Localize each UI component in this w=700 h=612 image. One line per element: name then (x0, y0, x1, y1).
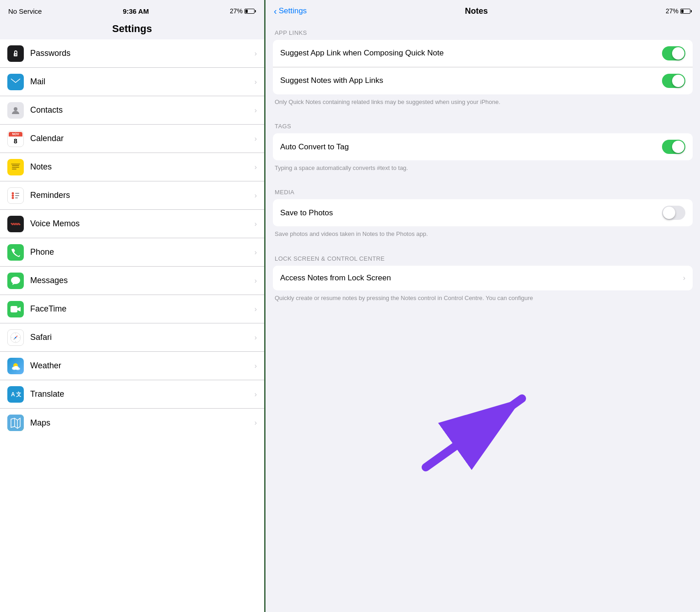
back-chevron-icon: ‹ (274, 6, 277, 16)
safari-label: Safari (30, 333, 255, 342)
settings-item-safari[interactable]: Safari › (0, 323, 264, 352)
svg-rect-9 (11, 164, 20, 164)
settings-item-maps[interactable]: Maps › (0, 409, 264, 437)
tags-card: Auto Convert to Tag (273, 133, 693, 160)
mail-chevron: › (255, 78, 257, 86)
svg-text:文: 文 (16, 391, 21, 398)
settings-item-facetime[interactable]: FaceTime › (0, 295, 264, 323)
svg-rect-14 (15, 195, 19, 196)
left-panel-title: Settings (0, 20, 264, 39)
app-links-note: Only Quick Notes containing related link… (266, 94, 700, 114)
suggest-notes-app-links-row[interactable]: Suggest Notes with App Links (273, 67, 693, 94)
suggest-notes-app-links-label: Suggest Notes with App Links (280, 76, 662, 86)
svg-point-21 (15, 337, 16, 338)
svg-point-10 (12, 192, 14, 194)
phone-chevron: › (255, 248, 257, 257)
left-battery-fill (245, 10, 248, 13)
messages-chevron: › (255, 277, 257, 285)
translate-icon: A 文 (7, 386, 24, 403)
lock-screen-note: Quickly create or resume notes by pressi… (266, 290, 700, 310)
calendar-chevron: › (255, 135, 257, 143)
svg-point-11 (12, 194, 14, 197)
settings-item-notes[interactable]: Notes › (0, 153, 264, 181)
auto-convert-tag-knob (672, 141, 684, 153)
access-notes-lock-screen-label: Access Notes from Lock Screen (280, 273, 683, 283)
voice-memos-icon (7, 216, 24, 232)
settings-item-weather[interactable]: Weather › (0, 352, 264, 380)
right-battery-fill (681, 10, 684, 13)
settings-item-messages[interactable]: Messages › (0, 267, 264, 295)
section-label-media: MEDIA (266, 180, 700, 199)
svg-point-25 (16, 367, 20, 370)
passwords-chevron: › (255, 49, 257, 58)
passwords-icon (7, 45, 24, 62)
mail-icon (7, 74, 24, 90)
messages-label: Messages (30, 276, 255, 285)
settings-item-reminders[interactable]: Reminders › (0, 181, 264, 210)
left-battery-icon (244, 9, 256, 14)
right-panel-title: Notes (465, 6, 488, 16)
notes-chevron: › (255, 163, 257, 171)
settings-item-mail[interactable]: Mail › (0, 68, 264, 96)
translate-label: Translate (30, 389, 255, 399)
svg-point-1 (15, 54, 16, 55)
suggest-app-link-toggle[interactable] (662, 46, 685, 60)
svg-point-17 (11, 277, 20, 284)
right-battery-tip (691, 10, 692, 12)
app-links-card: Suggest App Link when Composing Quick No… (273, 40, 693, 94)
calendar-label: Calendar (30, 134, 255, 143)
suggest-notes-app-links-knob (672, 75, 684, 87)
lock-screen-card: Access Notes from Lock Screen › (273, 266, 693, 290)
maps-label: Maps (30, 418, 255, 428)
passwords-label: Passwords (30, 49, 255, 58)
safari-chevron: › (255, 333, 257, 342)
reminders-chevron: › (255, 191, 257, 200)
suggest-notes-app-links-toggle[interactable] (662, 74, 685, 88)
settings-item-phone[interactable]: Phone › (0, 238, 264, 267)
phone-label: Phone (30, 247, 255, 257)
right-panel-wrapper: ‹ Settings Notes 27% APP LINKS (266, 0, 700, 612)
left-status-bar: No Service 9:36 AM 27% (0, 0, 264, 20)
suggest-app-link-toggle-knob (672, 47, 684, 60)
contacts-chevron: › (255, 106, 257, 115)
svg-point-12 (12, 197, 14, 199)
contacts-label: Contacts (30, 105, 255, 115)
left-panel: No Service 9:36 AM 27% Settings (0, 0, 266, 612)
messages-icon (7, 273, 24, 289)
left-status-time: 9:36 AM (123, 7, 149, 15)
reminders-icon (7, 187, 24, 204)
settings-item-voice-memos[interactable]: Voice Memos › (0, 210, 264, 238)
settings-item-calendar[interactable]: NOV 8 Calendar › (0, 125, 264, 153)
facetime-label: FaceTime (30, 304, 255, 314)
svg-rect-18 (11, 306, 17, 312)
settings-item-passwords[interactable]: Passwords › (0, 39, 264, 68)
save-to-photos-row[interactable]: Save to Photos (273, 199, 693, 226)
right-panel: ‹ Settings Notes 27% APP LINKS (266, 0, 700, 612)
save-to-photos-toggle[interactable] (662, 206, 685, 220)
access-notes-lock-screen-row[interactable]: Access Notes from Lock Screen › (273, 266, 693, 290)
weather-chevron: › (255, 362, 257, 370)
auto-convert-tag-row[interactable]: Auto Convert to Tag (273, 133, 693, 160)
settings-item-contacts[interactable]: Contacts › (0, 96, 264, 125)
weather-icon (7, 358, 24, 374)
right-title-spacer: 27% (646, 7, 692, 15)
svg-rect-6 (12, 165, 19, 166)
svg-rect-13 (15, 193, 19, 194)
left-battery-tip (255, 10, 256, 12)
auto-convert-tag-toggle[interactable] (662, 140, 685, 154)
suggest-app-link-row[interactable]: Suggest App Link when Composing Quick No… (273, 40, 693, 67)
svg-rect-7 (12, 167, 19, 168)
svg-point-4 (14, 107, 17, 111)
left-status-right: 27% (230, 7, 256, 15)
facetime-icon (7, 301, 24, 317)
settings-item-translate[interactable]: A 文 Translate › (0, 380, 264, 409)
auto-convert-tag-label: Auto Convert to Tag (280, 142, 662, 152)
left-battery-percent: 27% (230, 7, 243, 15)
access-notes-lock-screen-chevron: › (683, 274, 685, 282)
facetime-chevron: › (255, 305, 257, 313)
right-battery-icon (680, 9, 692, 14)
phone-icon (7, 244, 24, 261)
back-button[interactable]: ‹ Settings (274, 6, 307, 16)
section-label-app-links: APP LINKS (266, 20, 700, 40)
contacts-icon (7, 102, 24, 119)
